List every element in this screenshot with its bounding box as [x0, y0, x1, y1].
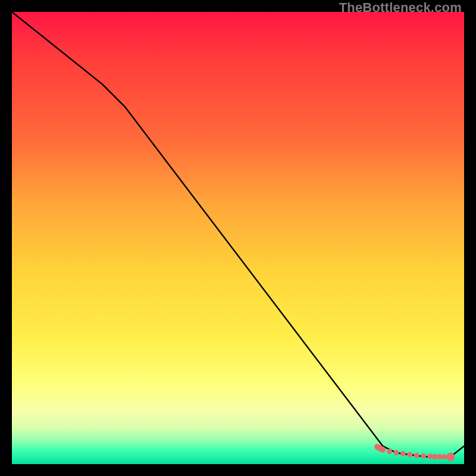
svg-point-0: [380, 447, 386, 452]
chart-frame: TheBottleneck.com: [0, 0, 476, 476]
series-end-marker: [446, 453, 455, 461]
svg-point-4: [407, 452, 412, 458]
svg-point-5: [414, 453, 419, 458]
series-line: [12, 12, 464, 457]
chart-overlay: [12, 12, 464, 464]
svg-point-1: [387, 449, 392, 454]
svg-point-3: [400, 451, 406, 456]
svg-point-6: [421, 453, 426, 459]
svg-point-2: [394, 450, 399, 456]
svg-point-12: [446, 453, 455, 461]
watermark-text: TheBottleneck.com: [339, 0, 462, 15]
svg-point-10: [441, 454, 446, 459]
